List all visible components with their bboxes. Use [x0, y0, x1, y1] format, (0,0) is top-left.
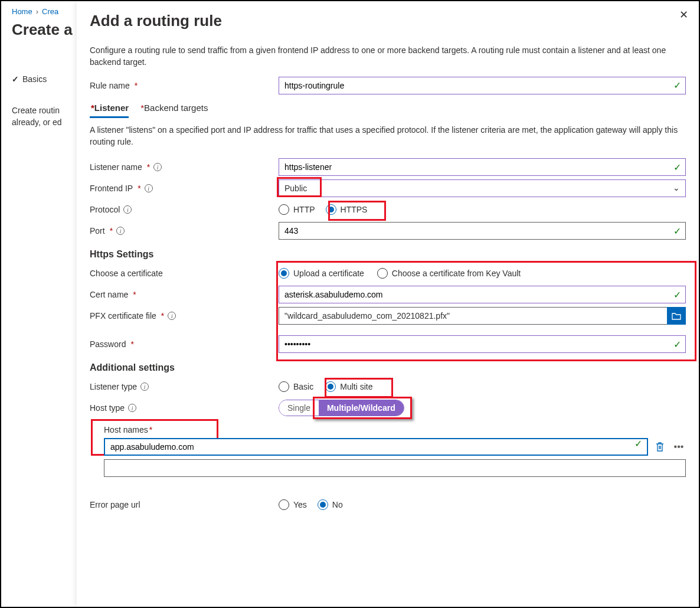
cert-name-input[interactable]	[279, 286, 686, 303]
password-input[interactable]	[279, 335, 686, 353]
folder-icon	[672, 312, 681, 320]
host-type-single[interactable]: Single	[279, 400, 319, 416]
tab-backend-targets[interactable]: *Backend targets	[139, 103, 208, 118]
host-type-multiple-wildcard[interactable]: Multiple/Wildcard	[319, 400, 404, 416]
info-icon[interactable]	[153, 163, 162, 171]
cert-name-label: Cert name*	[90, 290, 279, 299]
listener-name-input[interactable]	[279, 158, 686, 176]
delete-host-button[interactable]	[653, 440, 667, 454]
choose-cert-label: Choose a certificate	[90, 269, 279, 278]
rule-name-input[interactable]	[279, 77, 686, 94]
tab-listener[interactable]: *Listener	[90, 103, 129, 118]
browse-file-button[interactable]	[667, 307, 686, 325]
protocol-label: Protocol	[90, 205, 279, 214]
cert-upload-radio[interactable]: Upload a certificate	[279, 268, 364, 279]
protocol-http-radio[interactable]: HTTP	[279, 204, 315, 215]
host-names-label: Host names*	[104, 425, 686, 434]
check-icon	[12, 74, 19, 84]
info-icon[interactable]	[116, 227, 125, 235]
error-page-url-label: Error page url	[90, 500, 279, 509]
listener-name-label: Listener name*	[90, 162, 279, 172]
listener-type-multisite-radio[interactable]: Multi site	[325, 381, 372, 392]
info-icon[interactable]	[123, 205, 132, 214]
host-type-segmented[interactable]: Single Multiple/Wildcard	[279, 400, 404, 416]
breadcrumb-home[interactable]: Home	[12, 7, 32, 16]
panel-title: Add a routing rule	[90, 12, 686, 30]
breadcrumb-create[interactable]: Crea	[42, 7, 58, 16]
port-input[interactable]	[279, 222, 686, 240]
more-host-button[interactable]: •••	[672, 440, 686, 454]
close-icon[interactable]: ✕	[679, 9, 688, 20]
error-page-no-radio[interactable]: No	[318, 499, 343, 510]
info-icon[interactable]	[128, 404, 136, 412]
bg-description: Create routin already, or ed	[12, 105, 83, 128]
listener-type-basic-radio[interactable]: Basic	[279, 381, 313, 392]
pfx-file-input[interactable]	[279, 307, 667, 325]
panel-intro: Configure a routing rule to send traffic…	[90, 44, 680, 68]
host-name-input-1[interactable]	[104, 438, 648, 456]
error-page-yes-radio[interactable]: Yes	[279, 499, 307, 510]
https-settings-heading: Https Settings	[90, 249, 686, 260]
frontend-ip-label: Frontend IP*	[90, 184, 279, 193]
port-label: Port*	[90, 226, 279, 236]
additional-settings-heading: Additional settings	[90, 362, 686, 373]
info-icon[interactable]	[140, 383, 149, 391]
info-icon[interactable]	[168, 312, 176, 320]
info-icon[interactable]	[145, 184, 153, 192]
cert-keyvault-radio[interactable]: Choose a certificate from Key Vault	[377, 268, 521, 279]
trash-icon	[655, 442, 665, 452]
protocol-https-radio[interactable]: HTTPS	[326, 204, 368, 215]
host-type-label: Host type	[90, 403, 279, 413]
frontend-ip-select[interactable]	[279, 179, 686, 197]
password-label: Password*	[90, 339, 279, 349]
pfx-file-label: PFX certificate file*	[90, 311, 279, 321]
listener-description: A listener "listens" on a specified port…	[90, 124, 686, 148]
rule-name-label: Rule name*	[90, 81, 279, 90]
host-name-input-2[interactable]	[104, 459, 686, 477]
listener-type-label: Listener type	[90, 382, 279, 391]
